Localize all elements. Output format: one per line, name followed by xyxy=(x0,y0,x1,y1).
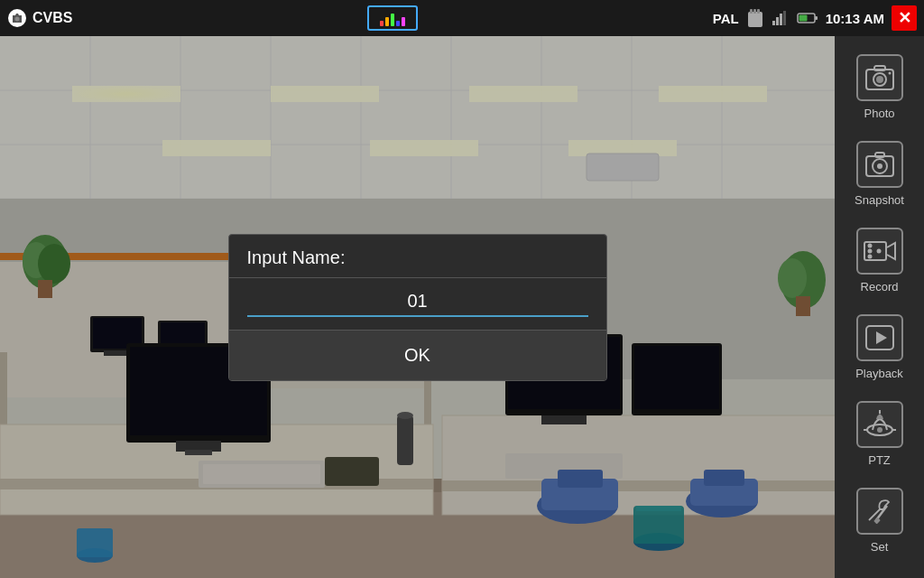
dialog-input-row xyxy=(229,278,606,331)
snapshot-label: Snapshot xyxy=(855,193,904,207)
sidebar-item-snapshot[interactable]: Snapshot xyxy=(839,130,920,217)
sidebar-item-record[interactable]: Record xyxy=(839,217,920,303)
svg-point-104 xyxy=(876,248,881,253)
ptz-icon-box xyxy=(856,401,903,448)
battery-icon xyxy=(797,10,818,26)
snapshot-icon xyxy=(864,151,895,178)
sidebar-item-ptz[interactable]: PTZ xyxy=(839,390,920,477)
svg-point-1 xyxy=(15,17,20,22)
sidebar-item-photo[interactable]: Photo xyxy=(839,43,920,130)
svg-rect-2 xyxy=(748,12,762,27)
svg-rect-12 xyxy=(815,16,818,20)
signal-strength-icon xyxy=(772,8,790,28)
photo-icon-box xyxy=(856,54,903,101)
close-button[interactable]: ✕ xyxy=(892,5,917,31)
input-name-dialog: Input Name: OK xyxy=(228,234,607,381)
set-label: Set xyxy=(871,540,889,554)
time-label: 10:13 AM xyxy=(826,11,884,26)
svg-point-93 xyxy=(876,76,883,83)
playback-label: Playback xyxy=(855,367,903,380)
signal-icon xyxy=(367,5,418,31)
sidebar-item-playback[interactable]: Playback xyxy=(839,303,920,390)
dialog-title-row: Input Name: xyxy=(229,235,606,278)
svg-point-108 xyxy=(877,427,882,433)
topbar: CVBS PAL xyxy=(0,0,924,36)
camera-icon xyxy=(7,8,27,28)
photo-icon xyxy=(864,64,895,91)
dialog-title: Input Name: xyxy=(247,247,346,267)
svg-point-102 xyxy=(867,248,872,253)
svg-rect-6 xyxy=(772,21,775,25)
ok-button[interactable]: OK xyxy=(229,331,606,380)
svg-rect-11 xyxy=(799,15,807,22)
svg-rect-99 xyxy=(875,153,884,157)
topbar-center xyxy=(367,5,418,31)
record-icon xyxy=(864,238,896,264)
ptz-label: PTZ xyxy=(868,453,891,467)
svg-rect-3 xyxy=(750,9,753,14)
photo-label: Photo xyxy=(864,107,895,120)
svg-point-103 xyxy=(867,254,872,258)
playback-icon-box xyxy=(856,314,903,361)
sidebar-item-set[interactable]: Set xyxy=(839,477,920,564)
record-icon-box xyxy=(856,228,903,275)
topbar-right: PAL 10:13 AM ✕ xyxy=(713,5,917,31)
svg-point-95 xyxy=(888,71,891,74)
svg-rect-4 xyxy=(753,9,756,14)
svg-point-101 xyxy=(867,243,872,247)
format-label: PAL xyxy=(713,11,739,26)
svg-marker-106 xyxy=(876,331,887,344)
name-input[interactable] xyxy=(247,287,588,317)
svg-rect-113 xyxy=(873,517,881,524)
ptz-icon xyxy=(864,410,896,439)
svg-rect-7 xyxy=(776,17,779,25)
dialog-overlay: Input Name: OK xyxy=(0,36,835,578)
svg-rect-94 xyxy=(874,66,885,70)
set-icon xyxy=(864,497,896,526)
snapshot-icon-box xyxy=(856,141,903,188)
record-label: Record xyxy=(861,280,899,294)
topbar-left: CVBS xyxy=(7,8,72,28)
svg-rect-8 xyxy=(780,14,782,25)
svg-rect-9 xyxy=(783,11,786,25)
source-label: CVBS xyxy=(32,10,72,26)
svg-point-98 xyxy=(877,163,882,169)
sd-card-icon xyxy=(746,8,764,28)
playback-icon xyxy=(864,324,895,351)
svg-rect-5 xyxy=(757,9,760,14)
set-icon-box xyxy=(856,488,903,535)
sidebar: Photo Snapshot Record xyxy=(835,36,924,578)
